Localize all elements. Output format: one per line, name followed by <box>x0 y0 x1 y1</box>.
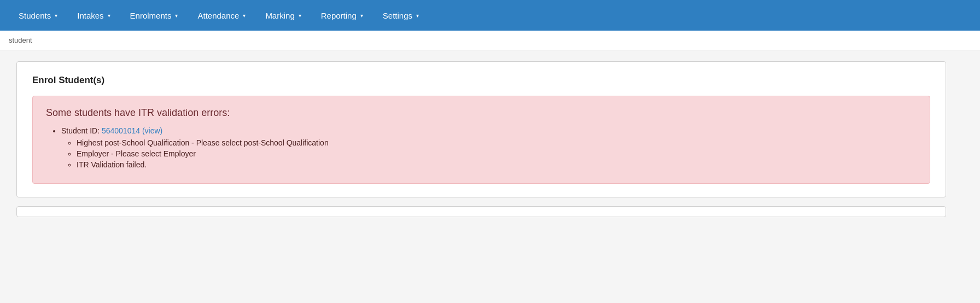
chevron-down-icon: ▾ <box>416 13 419 19</box>
chevron-down-icon: ▾ <box>108 13 110 19</box>
main-content: Enrol Student(s) Some students have ITR … <box>0 50 980 228</box>
student-error-list: Student ID: 564001014 (view) Highest pos… <box>46 126 917 169</box>
chevron-down-icon: ▾ <box>360 13 363 19</box>
nav-label-attendance: Attendance <box>197 11 239 20</box>
enrol-students-card: Enrol Student(s) Some students have ITR … <box>16 61 946 197</box>
list-item: ITR Validation failed. <box>77 160 917 169</box>
nav-label-intakes: Intakes <box>77 11 103 20</box>
nav-item-settings[interactable]: Settings ▾ <box>373 2 429 29</box>
nav-item-intakes[interactable]: Intakes ▾ <box>67 2 120 29</box>
nav-label-enrolments: Enrolments <box>130 11 172 20</box>
breadcrumb-text: student <box>9 36 32 44</box>
nav-label-reporting: Reporting <box>321 11 357 20</box>
student-view-link[interactable]: (view) <box>142 126 162 135</box>
breadcrumb: student <box>0 31 980 50</box>
chevron-down-icon: ▾ <box>175 13 178 19</box>
bottom-card-hint <box>16 206 946 217</box>
chevron-down-icon: ▾ <box>299 13 301 19</box>
list-item: Highest post-School Qualification - Plea… <box>77 138 917 147</box>
nav-item-attendance[interactable]: Attendance ▾ <box>188 2 255 29</box>
student-validation-errors: Highest post-School Qualification - Plea… <box>61 138 917 169</box>
card-title: Enrol Student(s) <box>32 75 930 86</box>
nav-item-reporting[interactable]: Reporting ▾ <box>311 2 373 29</box>
nav-label-settings: Settings <box>383 11 412 20</box>
nav-label-students: Students <box>19 11 51 20</box>
list-item: Student ID: 564001014 (view) Highest pos… <box>61 126 917 169</box>
nav-item-marking[interactable]: Marking ▾ <box>255 2 311 29</box>
list-item: Employer - Please select Employer <box>77 149 917 158</box>
nav-item-enrolments[interactable]: Enrolments ▾ <box>120 2 188 29</box>
navbar: Students ▾ Intakes ▾ Enrolments ▾ Attend… <box>0 0 980 31</box>
student-id-label: Student ID: <box>61 126 100 135</box>
nav-label-marking: Marking <box>265 11 294 20</box>
itr-validation-alert: Some students have ITR validation errors… <box>32 96 930 184</box>
chevron-down-icon: ▾ <box>243 13 246 19</box>
alert-title: Some students have ITR validation errors… <box>46 107 917 119</box>
student-id-link[interactable]: 564001014 <box>102 126 140 135</box>
chevron-down-icon: ▾ <box>55 13 57 19</box>
nav-item-students[interactable]: Students ▾ <box>9 2 67 29</box>
